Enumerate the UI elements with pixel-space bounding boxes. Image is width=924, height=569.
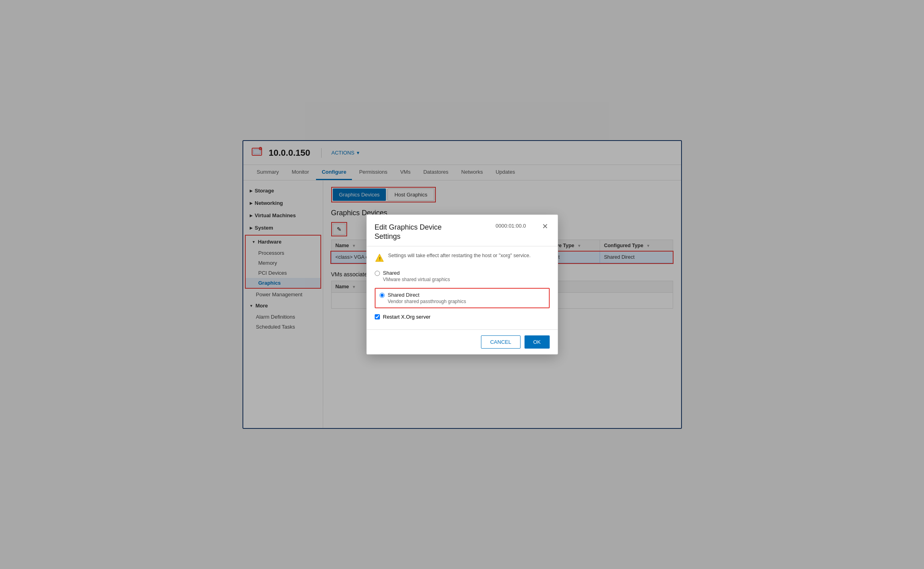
dialog-footer: CANCEL OK <box>367 329 558 354</box>
dialog-device-id: 0000:01:00.0 <box>496 223 526 229</box>
restart-xorg-row: Restart X.Org server <box>375 314 550 320</box>
close-icon: ✕ <box>542 222 548 230</box>
restart-xorg-checkbox[interactable] <box>375 314 380 319</box>
radio-shared-direct[interactable] <box>380 293 385 298</box>
warning-row: ! Settings will take effect after restar… <box>375 253 550 263</box>
dialog-header: Edit Graphics DeviceSettings 0000:01:00.… <box>367 215 558 247</box>
radio-shared-label: Shared <box>383 270 450 276</box>
radio-option-shared: Shared VMware shared virtual graphics <box>375 270 550 282</box>
dialog-body: ! Settings will take effect after restar… <box>367 246 558 329</box>
svg-text:!: ! <box>379 256 381 261</box>
radio-shared-direct-desc: Vendor shared passthrough graphics <box>388 299 466 304</box>
cancel-button[interactable]: CANCEL <box>481 335 521 349</box>
dialog-title: Edit Graphics DeviceSettings <box>375 223 496 242</box>
radio-shared[interactable] <box>375 271 380 276</box>
edit-graphics-dialog: Edit Graphics DeviceSettings 0000:01:00.… <box>366 214 558 355</box>
radio-shared-direct-label: Shared Direct <box>388 292 466 298</box>
warning-text: Settings will take effect after restarti… <box>388 253 531 258</box>
warning-icon: ! <box>375 253 384 263</box>
restart-xorg-label: Restart X.Org server <box>383 314 431 320</box>
radio-shared-desc: VMware shared virtual graphics <box>383 277 450 282</box>
ok-button[interactable]: OK <box>525 335 550 349</box>
dialog-close-button[interactable]: ✕ <box>540 223 550 230</box>
radio-option-shared-direct: Shared Direct Vendor shared passthrough … <box>375 288 550 308</box>
modal-overlay: Edit Graphics DeviceSettings 0000:01:00.… <box>0 0 924 569</box>
